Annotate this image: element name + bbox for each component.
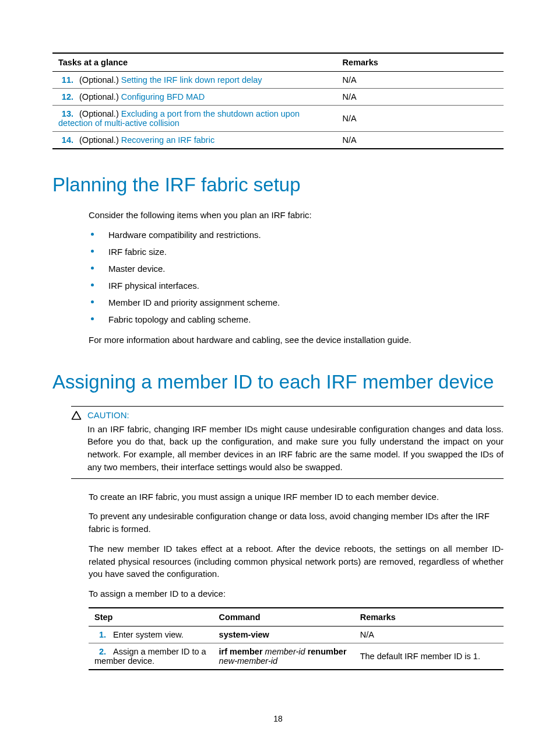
task-link[interactable]: Setting the IRF link down report delay	[121, 75, 262, 85]
tasks-at-a-glance-table: Tasks at a glance Remarks 11. (Optional.…	[52, 52, 504, 149]
remarks-cell: N/A	[337, 106, 504, 132]
heading-assigning: Assigning a member ID to each IRF member…	[52, 371, 504, 393]
step-number: 2.	[94, 647, 106, 656]
table-row: 14. (Optional.) Recovering an IRF fabric…	[52, 132, 504, 149]
step-number: 1.	[94, 630, 106, 639]
task-link[interactable]: Configuring BFD MAD	[121, 92, 205, 102]
optional-prefix: (Optional.)	[79, 75, 121, 85]
table-row: 13. (Optional.) Excluding a port from th…	[52, 106, 504, 132]
remarks-cell: The default IRF member ID is 1.	[354, 643, 504, 670]
optional-prefix: (Optional.)	[79, 109, 121, 118]
step-desc: Assign a member ID to a member device.	[94, 647, 206, 666]
optional-prefix: (Optional.)	[79, 92, 121, 102]
step-desc: Enter system view.	[113, 630, 184, 639]
command-header: Command	[213, 608, 354, 626]
remarks-cell: N/A	[354, 626, 504, 643]
list-item: IRF physical interfaces.	[89, 279, 504, 292]
remarks-cell: N/A	[337, 132, 504, 149]
planning-intro: Consider the following items when you pl…	[89, 209, 504, 222]
row-number: 12.	[58, 92, 73, 102]
task-link[interactable]: Recovering an IRF fabric	[121, 135, 214, 145]
command-italic: member-id	[263, 647, 308, 656]
table-row: 2. Assign a member ID to a member device…	[89, 643, 504, 670]
page-number: 18	[0, 714, 556, 723]
steps-table: Step Command Remarks 1. Enter system vie…	[89, 607, 504, 670]
table-row: 11. (Optional.) Setting the IRF link dow…	[52, 72, 504, 89]
remarks-header: Remarks	[354, 608, 504, 626]
command-bold: renumber	[308, 647, 347, 656]
table-row: 12. (Optional.) Configuring BFD MAD N/A	[52, 89, 504, 106]
list-item: IRF fabric size.	[89, 246, 504, 258]
assigning-p1: To create an IRF fabric, you must assign…	[89, 491, 504, 503]
step-header: Step	[89, 608, 213, 626]
assigning-p4: To assign a member ID to a device:	[89, 587, 504, 600]
caution-icon	[71, 410, 82, 421]
assigning-p2: To prevent any undesirable configuration…	[89, 510, 504, 536]
caution-box: CAUTION: In an IRF fabric, changing IRF …	[71, 406, 504, 479]
planning-bullets: Hardware compatibility and restrictions.…	[89, 229, 504, 326]
heading-planning: Planning the IRF fabric setup	[52, 174, 504, 196]
remarks-header: Remarks	[337, 53, 504, 72]
remarks-cell: N/A	[337, 72, 504, 89]
optional-prefix: (Optional.)	[79, 135, 121, 145]
row-number: 14.	[58, 135, 73, 145]
command-bold: irf member	[219, 647, 263, 656]
tasks-header: Tasks at a glance	[52, 53, 337, 72]
list-item: Master device.	[89, 262, 504, 275]
caution-text: In an IRF fabric, changing IRF member ID…	[87, 423, 504, 474]
table-row: 1. Enter system view. system-view N/A	[89, 626, 504, 643]
planning-closing: For more information about hardware and …	[89, 334, 504, 346]
list-item: Fabric topology and cabling scheme.	[89, 313, 504, 326]
caution-label: CAUTION:	[87, 410, 129, 420]
row-number: 13.	[58, 109, 73, 118]
assigning-p3: The new member ID takes effect at a rebo…	[89, 542, 504, 580]
command-text: system-view	[219, 630, 269, 639]
remarks-cell: N/A	[337, 89, 504, 106]
row-number: 11.	[58, 75, 73, 85]
list-item: Member ID and priority assignment scheme…	[89, 296, 504, 309]
list-item: Hardware compatibility and restrictions.	[89, 229, 504, 241]
command-italic: new-member-id	[219, 656, 277, 666]
